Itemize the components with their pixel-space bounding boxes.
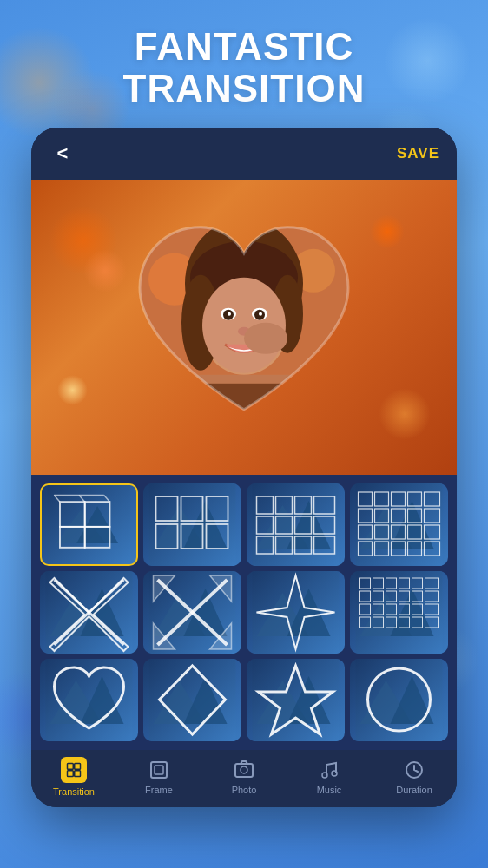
transition-grid — [31, 475, 457, 750]
photo-icon — [233, 759, 255, 781]
title-line1: FANTASTIC — [0, 26, 488, 68]
transition-item[interactable] — [40, 483, 138, 566]
nav-label-photo: Photo — [232, 785, 257, 795]
transition-item[interactable] — [350, 483, 448, 566]
bottom-navigation: Transition Frame Photo — [31, 750, 457, 807]
svg-rect-141 — [75, 763, 81, 769]
svg-point-17 — [259, 312, 262, 316]
transition-item[interactable] — [350, 571, 448, 654]
photo-bokeh — [370, 214, 405, 249]
svg-rect-142 — [68, 771, 74, 777]
photo-bokeh — [57, 375, 88, 405]
phone-mockup: < SAVE — [31, 128, 457, 807]
photo-bokeh — [83, 249, 127, 293]
nav-item-frame[interactable]: Frame — [116, 759, 201, 795]
nav-label-duration: Duration — [396, 785, 432, 795]
back-button[interactable]: < — [49, 140, 76, 168]
duration-icon — [403, 759, 425, 781]
frame-icon — [148, 759, 170, 781]
photo-bokeh — [379, 388, 431, 440]
svg-point-147 — [241, 766, 247, 773]
svg-rect-132 — [253, 659, 340, 741]
nav-item-duration[interactable]: Duration — [372, 759, 457, 795]
svg-rect-144 — [151, 762, 167, 778]
music-icon — [318, 759, 340, 781]
nav-item-transition[interactable]: Transition — [31, 757, 116, 797]
photo-area — [31, 180, 457, 475]
transition-icon-bg — [61, 757, 87, 783]
svg-rect-94 — [253, 571, 340, 654]
transition-item[interactable] — [247, 659, 345, 741]
svg-rect-145 — [155, 766, 163, 774]
transition-item[interactable] — [143, 483, 241, 566]
heart-photo-frame — [122, 210, 366, 436]
nav-item-photo[interactable]: Photo — [201, 759, 287, 795]
nav-label-music: Music — [317, 785, 342, 795]
nav-label-frame: Frame — [145, 785, 173, 795]
transition-item[interactable] — [40, 571, 138, 654]
transition-item[interactable] — [143, 659, 241, 741]
save-button[interactable]: SAVE — [397, 145, 439, 162]
transition-item[interactable] — [247, 571, 345, 654]
transition-item[interactable] — [143, 571, 241, 654]
transition-item[interactable] — [247, 483, 345, 566]
transition-item[interactable] — [350, 659, 448, 741]
transition-icon — [66, 762, 82, 778]
nav-label-transition: Transition — [53, 786, 95, 797]
hero-title: FANTASTIC TRANSITION — [0, 0, 488, 128]
svg-rect-140 — [68, 763, 74, 769]
svg-point-16 — [228, 312, 231, 316]
nav-item-music[interactable]: Music — [287, 759, 372, 795]
svg-rect-143 — [75, 771, 81, 777]
svg-rect-128 — [149, 659, 236, 741]
svg-point-19 — [244, 323, 287, 354]
svg-point-3 — [313, 349, 348, 384]
transition-item[interactable] — [40, 659, 138, 741]
phone-header: < SAVE — [31, 128, 457, 180]
title-line2: TRANSITION — [0, 68, 488, 109]
